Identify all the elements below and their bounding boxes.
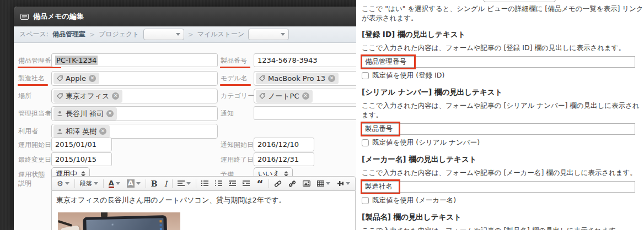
checkbox-label: 既定値を使用 (メーカー名)	[372, 196, 456, 205]
checkbox[interactable]	[362, 139, 369, 146]
stepper-icon	[81, 171, 85, 177]
indent-icon[interactable]	[240, 179, 253, 188]
tag-icon	[259, 75, 265, 81]
default-checkbox-row: 既定値を使用 (メーカー名)	[362, 196, 644, 205]
remove-tag-icon[interactable]: ✕	[99, 128, 106, 135]
dialog-title: 備品メモの編集	[33, 12, 84, 21]
location-tag[interactable]: 東京オフィス ✕	[53, 90, 122, 103]
form-row: 最終変更日 2015/10/15 運用終了日 2016/12/31	[14, 152, 356, 168]
location-tag-input[interactable]: 東京オフィス ✕	[51, 89, 218, 103]
help-section-product-name: [製品名] 欄の見出しテキスト ここで入力された内容は、フォームや記事の [製品…	[362, 212, 644, 230]
user-person-input[interactable]: 相澤 英樹 ✕	[51, 124, 218, 139]
editor-toolbar: ⚙ 段落 A A B I	[51, 176, 356, 191]
category-tag-label: ノートPC	[268, 91, 299, 101]
highlight-color-icon[interactable]: A	[124, 178, 143, 189]
section-heading: [製品名] 欄の見出しテキスト	[362, 212, 644, 222]
maker-tag-input[interactable]: Apple ✕	[51, 71, 218, 86]
bold-icon[interactable]: B	[148, 178, 160, 189]
end-date-input[interactable]: 2016/12/31	[254, 152, 314, 166]
image-icon[interactable]	[300, 179, 313, 188]
form-row: 利用者 相澤 英樹 ✕	[14, 124, 356, 139]
plugin-icon[interactable]	[334, 179, 353, 188]
model-name-label: モデル名	[221, 74, 248, 84]
editor-content[interactable]: 東京オフィスの長谷川さん用のノートパソコン、貸与期間は2年です。	[51, 191, 356, 230]
asset-id-value: PC-TK-1234	[55, 56, 98, 65]
laptop-photo	[58, 212, 180, 230]
form-row: 製造社名 Apple ✕ モデル名 MacBook Pro 13	[14, 71, 356, 86]
paragraph-style-button[interactable]: 段落	[77, 178, 101, 189]
notify-start-date-value: 2016/12/10	[257, 140, 299, 149]
register-id-heading-input[interactable]: 備品管理番号	[362, 56, 635, 68]
space-link[interactable]: 備品管理室	[52, 30, 85, 39]
table-icon[interactable]	[314, 179, 333, 188]
asset-id-input[interactable]: PC-TK-1234	[51, 53, 218, 67]
ordered-list-icon[interactable]	[212, 179, 225, 188]
rich-text-editor: ⚙ 段落 A A B I	[51, 176, 356, 230]
checkbox[interactable]	[362, 72, 369, 79]
breadcrumb-separator: >	[188, 31, 194, 39]
manager-person-input[interactable]: 長谷川 裕司 ✕	[51, 106, 218, 121]
checkbox[interactable]	[362, 197, 369, 204]
person-icon	[57, 128, 63, 134]
section-description: ここで入力された内容は、フォームや記事の [登録 ID] 欄の見出しに表示されま…	[362, 43, 644, 53]
chevron-down-icon	[281, 33, 285, 36]
cropped-select[interactable]	[483, 0, 556, 2]
dialog-titlebar[interactable]: 備品メモの編集	[14, 7, 356, 26]
notification-label: 通知	[221, 109, 234, 118]
breadcrumb: スペース: 備品管理室 > プロジェクト > マイルストーン	[14, 26, 356, 43]
section-heading: [登録 ID] 欄の見出しテキスト	[362, 30, 644, 40]
stepper-icon	[284, 171, 288, 177]
maker-name-label: 製造社名	[18, 74, 45, 84]
default-checkbox-row: 既定値を使用 (登録 ID)	[362, 71, 644, 80]
category-tag[interactable]: ノートPC ✕	[256, 90, 313, 103]
serial-number-input[interactable]: 1234-5678-3943	[254, 53, 356, 67]
remove-tag-icon[interactable]: ✕	[106, 110, 114, 117]
form-row: 運用開始日 2015/01/01 通知開始日 2016/12/10	[14, 138, 356, 153]
notify-start-date-input[interactable]: 2016/12/10	[254, 138, 314, 151]
last-modified-input[interactable]: 2015/10/15	[51, 152, 112, 166]
last-modified-value: 2015/10/15	[55, 155, 96, 163]
annotation-rectangle	[361, 54, 416, 69]
remove-tag-icon[interactable]: ✕	[89, 75, 96, 82]
italic-icon[interactable]: I	[162, 178, 170, 189]
outdent-icon[interactable]	[226, 179, 239, 188]
blockquote-icon[interactable]: “	[254, 180, 266, 187]
start-date-input[interactable]: 2015/01/01	[51, 138, 112, 151]
model-tag[interactable]: MacBook Pro 13 ✕	[256, 73, 339, 84]
category-label: カテゴリー	[221, 91, 254, 101]
category-tag-input[interactable]: ノートPC ✕	[254, 89, 356, 103]
notify-start-date-label: 通知開始日	[221, 140, 254, 150]
model-tag-label: MacBook Pro 13	[268, 74, 325, 83]
text-color-icon[interactable]: A	[106, 178, 123, 189]
settings-help-panel: ここで "はい" を選択すると、シングル ビューの詳細欄に [備品メモの一覧を表…	[356, 0, 644, 230]
memo-form: 備品管理番号 PC-TK-1234 製品番号 1234-5678-3943 製造…	[14, 43, 356, 230]
tag-icon	[57, 93, 63, 99]
edit-memo-dialog: 備品メモの編集 スペース: 備品管理室 > プロジェクト > マイルストーン 備…	[14, 7, 356, 230]
maker-tag[interactable]: Apple ✕	[53, 73, 99, 84]
annotation-rectangle	[361, 179, 400, 194]
serial-number-heading-input[interactable]: 製品番号	[362, 123, 635, 135]
unordered-list-icon[interactable]	[198, 179, 211, 188]
align-icon[interactable]	[175, 179, 194, 188]
maker-name-heading-input[interactable]: 製造社名	[362, 181, 635, 193]
user-person-tag[interactable]: 相澤 英樹 ✕	[53, 125, 110, 138]
remove-tag-icon[interactable]: ✕	[112, 92, 119, 100]
notification-input[interactable]	[254, 106, 356, 120]
description-label: 説明	[18, 179, 31, 188]
screenshot-root: 備品メモの編集 スペース: 備品管理室 > プロジェクト > マイルストーン 備…	[0, 0, 644, 230]
memo-form-icon	[20, 14, 29, 20]
end-date-label: 運用終了日	[221, 155, 254, 165]
tag-icon	[57, 75, 63, 81]
project-select[interactable]	[143, 29, 184, 40]
link-icon[interactable]	[271, 179, 285, 188]
gear-icon[interactable]: ⚙	[54, 178, 72, 189]
remove-tag-icon[interactable]: ✕	[328, 75, 335, 82]
manager-person-tag[interactable]: 長谷川 裕司 ✕	[53, 107, 117, 121]
section-heading: [メーカー名] 欄の見出しテキスト	[362, 155, 644, 165]
help-section-register-id: [登録 ID] 欄の見出しテキスト ここで入力された内容は、フォームや記事の […	[362, 30, 644, 80]
milestone-select[interactable]	[248, 29, 289, 40]
unlink-icon[interactable]	[286, 179, 299, 188]
start-date-value: 2015/01/01	[55, 140, 96, 149]
remove-tag-icon[interactable]: ✕	[302, 92, 309, 100]
model-tag-input[interactable]: MacBook Pro 13 ✕	[254, 71, 356, 86]
